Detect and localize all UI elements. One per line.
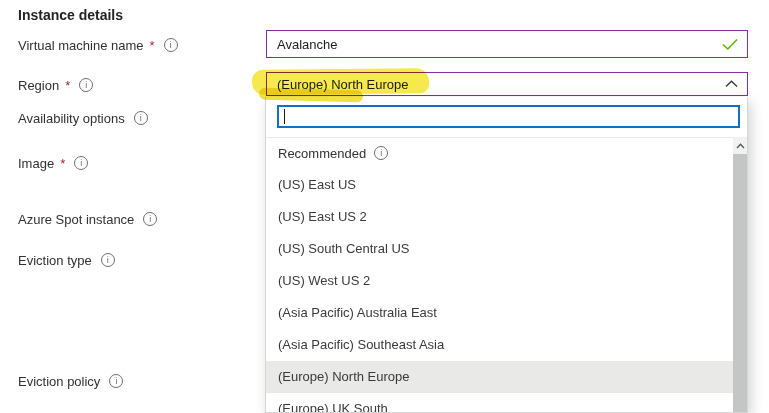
region-search-wrap xyxy=(277,105,740,128)
instance-details-form: Instance details Virtual machine name * … xyxy=(0,0,769,413)
required-asterisk: * xyxy=(65,78,70,93)
section-title: Instance details xyxy=(18,7,123,23)
scrollbar-up-button[interactable] xyxy=(733,137,747,154)
field-label-virtual-machine-name: Virtual machine name * i xyxy=(18,37,178,53)
region-option-north-europe-selected[interactable]: (Europe) North Europe xyxy=(266,361,733,393)
vm-name-value: Avalanche xyxy=(267,37,722,52)
info-icon[interactable]: i xyxy=(79,78,93,92)
info-icon[interactable]: i xyxy=(143,212,157,226)
field-label-region: Region * i xyxy=(18,77,93,93)
label-text: Eviction type xyxy=(18,253,92,268)
region-option-east-us[interactable]: (US) East US xyxy=(266,169,733,201)
region-dropdown-flyout: Recommended i (US) East US (US) East US … xyxy=(265,97,748,413)
info-icon[interactable]: i xyxy=(134,111,148,125)
field-label-eviction-type: Eviction type i xyxy=(18,252,115,268)
label-text: Eviction policy xyxy=(18,374,100,389)
info-icon[interactable]: i xyxy=(74,156,88,170)
label-text: Virtual machine name xyxy=(18,38,144,53)
region-option-australia-east[interactable]: (Asia Pacific) Australia East xyxy=(266,297,733,329)
dropdown-scrollbar[interactable] xyxy=(733,137,747,412)
required-asterisk: * xyxy=(60,156,65,171)
scrollbar-thumb[interactable] xyxy=(733,154,747,412)
info-icon[interactable]: i xyxy=(374,146,388,160)
label-text: Availability options xyxy=(18,111,125,126)
region-search-input[interactable] xyxy=(277,105,740,128)
label-text: Region xyxy=(18,78,59,93)
required-asterisk: * xyxy=(150,38,155,53)
info-icon[interactable]: i xyxy=(109,374,123,388)
info-icon[interactable]: i xyxy=(101,253,115,267)
chevron-up-icon xyxy=(725,80,738,88)
field-label-availability-options: Availability options i xyxy=(18,110,148,126)
region-option-east-us-2[interactable]: (US) East US 2 xyxy=(266,201,733,233)
region-option-southeast-asia[interactable]: (Asia Pacific) Southeast Asia xyxy=(266,329,733,361)
region-option-uk-south[interactable]: (Europe) UK South xyxy=(266,393,733,413)
region-option-west-us-2[interactable]: (US) West US 2 xyxy=(266,265,733,297)
text-caret xyxy=(284,109,285,124)
field-label-image: Image * i xyxy=(18,155,88,171)
region-combobox[interactable]: (Europe) North Europe xyxy=(266,72,748,96)
label-text: Azure Spot instance xyxy=(18,212,134,227)
label-text: Image xyxy=(18,156,54,171)
info-icon[interactable]: i xyxy=(164,38,178,52)
dropdown-group-recommended: Recommended i xyxy=(266,137,733,169)
region-option-south-central-us[interactable]: (US) South Central US xyxy=(266,233,733,265)
virtual-machine-name-input[interactable]: Avalanche xyxy=(266,30,748,58)
scroll-up-arrow-icon xyxy=(736,143,745,149)
field-label-azure-spot-instance: Azure Spot instance i xyxy=(18,211,157,227)
region-selected-value: (Europe) North Europe xyxy=(267,77,725,92)
group-header-text: Recommended xyxy=(278,146,366,161)
field-label-eviction-policy: Eviction policy i xyxy=(18,373,123,389)
valid-check-icon xyxy=(722,38,738,51)
